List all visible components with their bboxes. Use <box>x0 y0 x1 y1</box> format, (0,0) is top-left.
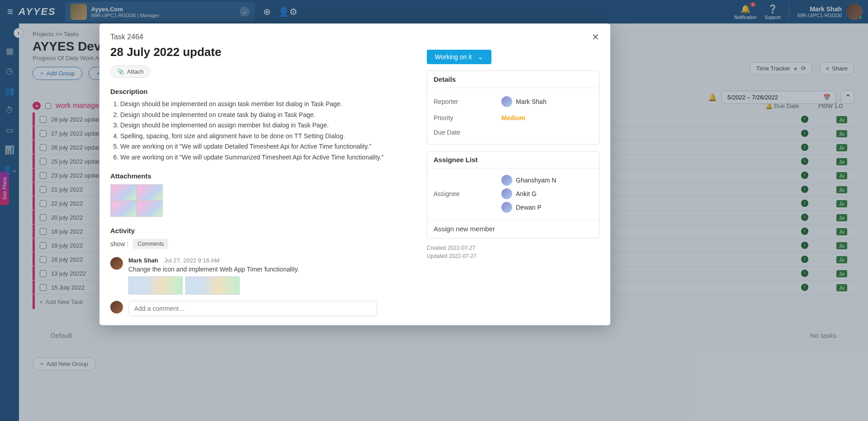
attachment-thumb[interactable] <box>110 184 137 201</box>
attach-button[interactable]: 📎Attach <box>110 65 151 78</box>
attachment-thumb[interactable] <box>110 201 137 217</box>
avatar <box>110 301 123 313</box>
comment-attachment-thumb[interactable] <box>185 276 240 295</box>
paperclip-icon: 📎 <box>117 68 124 75</box>
description-item: Design should be implemented on assign m… <box>120 121 405 130</box>
assign-new-member[interactable]: Assign new member <box>427 219 599 238</box>
status-dropdown[interactable]: Working on it⌄ <box>427 50 491 64</box>
comment-time: Jul 27, 2022 9:16 AM <box>164 257 219 264</box>
assignee-item[interactable]: Ghanshyam N <box>501 175 556 186</box>
comment-attachment-thumb[interactable] <box>128 276 183 295</box>
description-list: Design should be implemented on assign t… <box>110 100 405 162</box>
attachments-grid <box>110 184 165 217</box>
description-label: Description <box>110 88 405 95</box>
description-item: We are working on it "We will update Det… <box>120 142 405 151</box>
details-header: Details <box>427 71 599 88</box>
assignee-item[interactable]: Ankit G <box>501 188 556 199</box>
attachments-label: Attachments <box>110 172 405 180</box>
avatar <box>501 175 512 186</box>
reporter-label: Reporter <box>434 98 501 105</box>
due-date-label: Due Date <box>434 129 501 136</box>
description-item: Design should be implemented on assign t… <box>120 100 405 109</box>
comment-input[interactable] <box>128 301 377 316</box>
meta-dates: Created 2022-07-27 Updated 2022-07-27 <box>427 244 599 260</box>
description-item: Design should be implemented on create t… <box>120 111 405 120</box>
activity-label: Activity <box>110 227 405 234</box>
assignee-label: Assignee <box>434 190 501 197</box>
close-icon[interactable]: ✕ <box>592 32 599 42</box>
description-item: We are working on it "We will update Sum… <box>120 153 405 162</box>
priority-label: Priority <box>434 114 501 122</box>
avatar <box>501 96 512 107</box>
comment-author: Mark Shah <box>128 257 158 264</box>
attachment-thumb[interactable] <box>137 184 163 201</box>
priority-value[interactable]: Medium <box>501 114 525 122</box>
comment-item: Mark Shah Jul 27, 2022 9:16 AM Change th… <box>110 257 405 295</box>
comments-filter-button[interactable]: Comments <box>133 239 168 249</box>
task-modal: Task 2464 ✕ 28 July 2022 update 📎Attach … <box>99 23 610 325</box>
assignee-header: Assignee List <box>427 151 599 168</box>
chevron-down-icon: ⌄ <box>478 53 483 61</box>
avatar <box>110 257 123 270</box>
description-item: Spelling, spacing, font size and alignme… <box>120 132 405 141</box>
show-label: show : <box>110 240 128 248</box>
avatar <box>501 188 512 199</box>
reporter-value[interactable]: Mark Shah <box>501 96 547 107</box>
assignee-item[interactable]: Dewan P <box>501 202 556 213</box>
task-title: 28 July 2022 update <box>110 45 405 59</box>
attachment-thumb[interactable] <box>137 201 163 217</box>
comment-text: Change the icon and implement Web App Ti… <box>128 266 299 273</box>
avatar <box>501 202 512 213</box>
task-id: Task 2464 <box>110 33 143 41</box>
